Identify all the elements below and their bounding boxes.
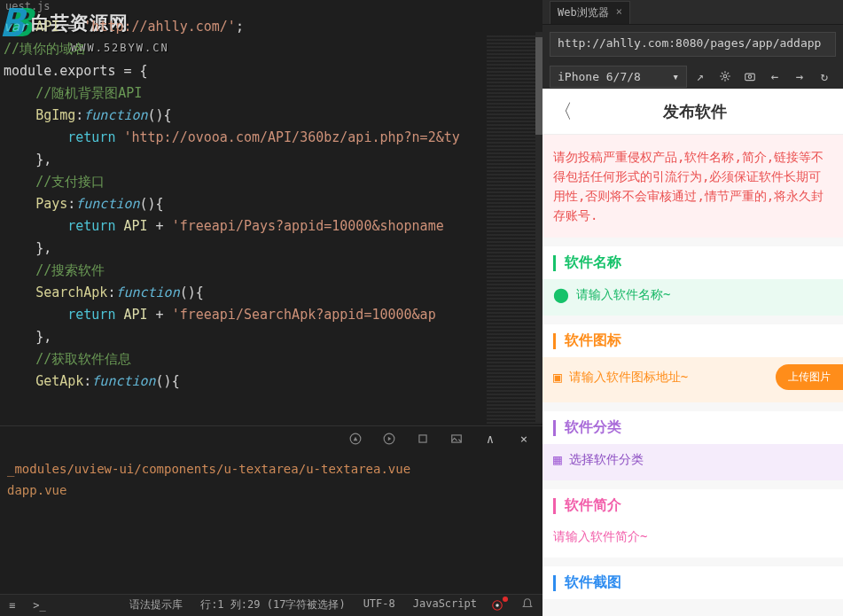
- image-icon: ▣: [553, 369, 562, 386]
- svg-point-6: [748, 75, 752, 79]
- name-input[interactable]: ⬤ 请输入软件名称~: [542, 279, 843, 316]
- desc-input[interactable]: 请输入软件简介~: [542, 522, 843, 558]
- app-header: 〈 发布软件: [542, 89, 843, 135]
- section-title: 软件截图: [542, 566, 843, 599]
- code-editor[interactable]: var API = 'http://ahlly.com/'; //填你的域名 m…: [0, 16, 542, 424]
- section-title: 软件分类: [542, 411, 843, 444]
- console-line: dapp.vue: [7, 480, 535, 501]
- svg-point-4: [723, 74, 727, 78]
- browser-tools: iPhone 6/7/8 ▾ ↗ ← → ↻: [550, 64, 836, 89]
- menu-icon[interactable]: ≡: [0, 599, 24, 612]
- icon-input[interactable]: ▣ 请输入软件图标地址~ 上传图片: [542, 357, 843, 402]
- category-select[interactable]: ▦ 选择软件分类: [542, 444, 843, 480]
- camera-icon[interactable]: [738, 66, 761, 86]
- forward-icon[interactable]: →: [788, 66, 811, 86]
- play-icon[interactable]: [378, 429, 401, 448]
- refresh-icon[interactable]: ↻: [813, 66, 836, 86]
- section-title: 软件图标: [542, 324, 843, 357]
- browser-tab-label: Web浏览器: [558, 5, 609, 20]
- section-desc: 软件简介 请输入软件简介~: [542, 489, 843, 558]
- section-title: 软件简介: [542, 489, 843, 522]
- terminal-icon[interactable]: >_: [24, 599, 54, 612]
- section-name: 软件名称 ⬤ 请输入软件名称~: [542, 246, 843, 316]
- warning-notice: 请勿投稿严重侵权产品,软件名称,简介,链接等不得包括任何形式的引流行为,必须保证…: [542, 135, 843, 238]
- back-icon[interactable]: ←: [763, 66, 786, 86]
- minimap[interactable]: [487, 35, 535, 424]
- page-title: 发布软件: [557, 101, 832, 122]
- external-icon[interactable]: ↗: [689, 66, 712, 86]
- android-icon: ⬤: [553, 286, 569, 303]
- section-icon: 软件图标 ▣ 请输入软件图标地址~ 上传图片: [542, 324, 843, 402]
- notification-icon[interactable]: [491, 597, 507, 613]
- console-panel: ∧ ⨯ _modules/uview-ui/components/u-texta…: [0, 425, 542, 594]
- cursor-position[interactable]: 行:1 列:29 (17字符被选择): [191, 597, 354, 613]
- svg-rect-5: [745, 74, 755, 81]
- upload-button[interactable]: 上传图片: [776, 364, 843, 390]
- vertical-scrollbar[interactable]: [535, 32, 542, 424]
- console-line: _modules/uview-ui/components/u-textarea/…: [7, 458, 535, 480]
- bell-icon[interactable]: [512, 597, 542, 613]
- syntax-hint[interactable]: 语法提示库: [121, 597, 191, 613]
- editor-file-tab[interactable]: uest.js: [0, 0, 542, 16]
- language-mode[interactable]: JavaScript: [404, 597, 486, 613]
- svg-point-8: [496, 604, 499, 607]
- section-title: 软件名称: [542, 246, 843, 279]
- encoding[interactable]: UTF-8: [355, 597, 404, 613]
- browser-tabbar: Web浏览器 ×: [542, 0, 843, 25]
- gear-icon[interactable]: [714, 66, 737, 86]
- image-icon[interactable]: [445, 429, 468, 448]
- console-toolbar: ∧ ⨯: [0, 426, 542, 451]
- browser-tab[interactable]: Web浏览器 ×: [550, 1, 630, 24]
- collapse-icon[interactable]: ∧: [479, 429, 502, 448]
- status-bar: ≡ >_ 语法提示库 行:1 列:29 (17字符被选择) UTF-8 Java…: [0, 594, 542, 616]
- compass-icon[interactable]: [344, 429, 367, 448]
- browser-pane: Web浏览器 × http://ahlly.com:8080/pages/app…: [542, 0, 843, 616]
- grid-icon: ▦: [553, 451, 562, 468]
- app-preview: 〈 发布软件 请勿投稿严重侵权产品,软件名称,简介,链接等不得包括任何形式的引流…: [542, 89, 843, 616]
- url-input[interactable]: http://ahlly.com:8080/pages/app/addapp: [550, 32, 836, 57]
- stop-icon[interactable]: [411, 429, 434, 448]
- close-icon[interactable]: ⨯: [512, 429, 535, 448]
- section-screenshot: 软件截图: [542, 566, 843, 599]
- device-select[interactable]: iPhone 6/7/8 ▾: [550, 66, 687, 88]
- chevron-down-icon: ▾: [672, 70, 679, 83]
- section-category: 软件分类 ▦ 选择软件分类: [542, 411, 843, 480]
- svg-rect-2: [419, 435, 426, 442]
- editor-pane: uest.js BB 白芸资源网 WWW.52BYW.CN var API = …: [0, 0, 542, 594]
- close-icon[interactable]: ×: [616, 5, 622, 20]
- console-output[interactable]: _modules/uview-ui/components/u-textarea/…: [0, 451, 542, 508]
